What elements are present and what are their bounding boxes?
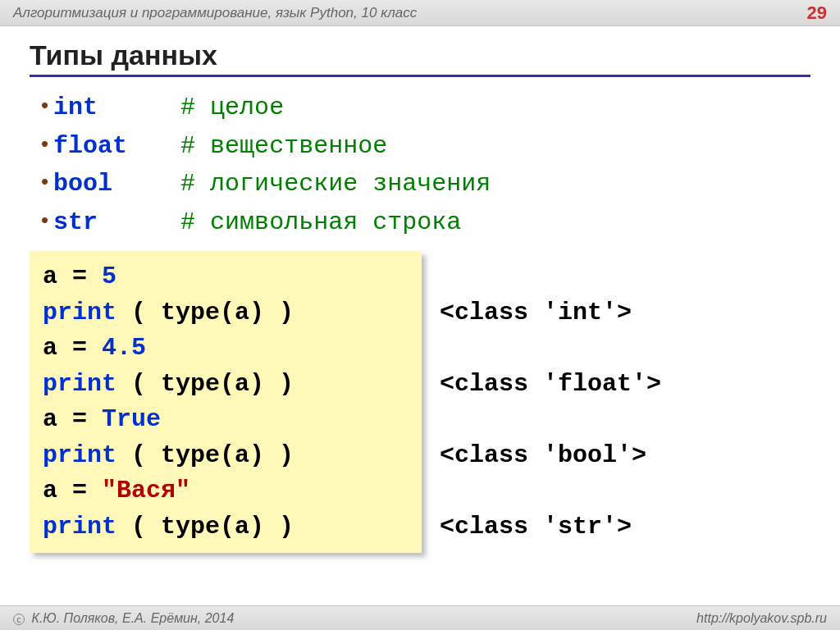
bullet-icon: • <box>41 133 48 154</box>
code-box: a = 5 print ( type(a) ) a = 4.5 print ( … <box>30 251 422 553</box>
bullet-icon: • <box>41 94 48 116</box>
code-area: a = 5 print ( type(a) ) a = 4.5 print ( … <box>30 251 810 553</box>
output-line: <class 'int'> <box>440 295 661 331</box>
bullet-icon: • <box>41 209 48 231</box>
type-name: float <box>53 127 180 166</box>
output-blank <box>440 402 661 438</box>
output-column: <class 'int'> <class 'float'> <class 'bo… <box>422 251 661 553</box>
code-line: print ( type(a) ) <box>43 295 405 331</box>
code-line: a = 5 <box>43 259 405 295</box>
code-line: print ( type(a) ) <box>43 367 405 403</box>
output-line: <class 'bool'> <box>440 438 661 474</box>
output-blank <box>440 331 661 367</box>
output-blank <box>440 473 661 509</box>
copyright-icon: c <box>13 614 25 625</box>
bullet-icon: • <box>41 171 48 192</box>
type-comment: # вещественное <box>180 127 387 166</box>
slide-header: Алгоритмизация и программирование, язык … <box>0 0 840 26</box>
type-name: bool <box>53 165 180 203</box>
type-row-float: • float # вещественное <box>41 127 810 166</box>
type-row-int: • int # целое <box>41 89 810 127</box>
page-number: 29 <box>807 2 827 24</box>
output-line: <class 'str'> <box>440 509 661 546</box>
slide-footer: c К.Ю. Поляков, Е.А. Ерёмин, 2014 http:/… <box>0 605 840 630</box>
type-name: str <box>53 203 180 242</box>
code-line: a = True <box>43 402 405 438</box>
output-line: <class 'float'> <box>440 367 661 403</box>
type-comment: # логические значения <box>180 165 491 203</box>
footer-url: http://kpolyakov.spb.ru <box>696 611 827 626</box>
type-row-bool: • bool # логические значения <box>41 165 810 203</box>
type-comment: # целое <box>180 89 284 127</box>
type-name: int <box>53 89 180 127</box>
footer-copyright: c К.Ю. Поляков, Е.А. Ерёмин, 2014 <box>13 611 234 626</box>
main-title: Типы данных <box>30 39 810 77</box>
code-line: a = "Вася" <box>43 473 405 509</box>
code-line: print ( type(a) ) <box>43 509 405 546</box>
code-line: a = 4.5 <box>43 331 405 367</box>
type-comment: # символьная строка <box>180 203 461 242</box>
header-title: Алгоритмизация и программирование, язык … <box>13 5 417 21</box>
type-row-str: • str # символьная строка <box>41 203 810 242</box>
type-list: • int # целое • float # вещественное • b… <box>41 89 810 241</box>
output-blank <box>440 259 661 295</box>
code-line: print ( type(a) ) <box>43 438 405 474</box>
slide-content: Типы данных • int # целое • float # веще… <box>0 26 840 553</box>
